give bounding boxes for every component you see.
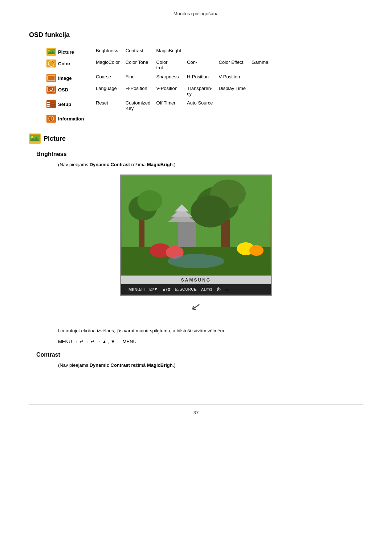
menu-sub: Reset xyxy=(96,100,108,106)
contrast-note-prefix: (Nav pieejams xyxy=(58,362,90,368)
table-row: Image Coarse Fine Sharpness H-Position V… xyxy=(44,72,271,84)
brightness-heading: Brightness xyxy=(36,151,363,157)
menu-sub: V-Position xyxy=(219,74,240,79)
svg-point-4 xyxy=(48,50,50,52)
svg-rect-40 xyxy=(178,222,196,247)
menu-item-osd: OSD xyxy=(46,86,90,94)
table-row: i Information xyxy=(44,113,271,124)
menu-item-setup-label: Setup xyxy=(58,102,71,107)
header-title: Monitora pielāgošana xyxy=(173,11,219,16)
menu-sub: Display Time xyxy=(219,86,246,91)
monitor-container: SAMSUNG MENU/III ☑/▼ ▲/✿ ☑/SOURCE AUTO ⏻… xyxy=(29,175,363,317)
svg-rect-19 xyxy=(47,106,50,107)
menu-item-picture-label: Picture xyxy=(58,49,74,55)
menu-item-information-label: Information xyxy=(58,116,84,122)
image-icon xyxy=(46,74,56,82)
note-suffix: .) xyxy=(173,162,176,167)
svg-rect-22 xyxy=(50,106,55,107)
table-row: OSD Language H-Position V-Position Trans… xyxy=(44,84,271,98)
picture-section-title: Picture xyxy=(44,135,66,143)
menu-sub: Con- xyxy=(187,59,197,65)
menu-sub: Gamma xyxy=(252,59,268,65)
picture-section-icon xyxy=(29,134,41,144)
control-minus: — xyxy=(225,287,229,292)
control-menu: MENU/III xyxy=(128,287,145,292)
svg-point-30 xyxy=(31,136,33,138)
osd-table: Picture Brightness Contrast MagicBright xyxy=(44,46,271,124)
svg-rect-18 xyxy=(47,104,50,105)
menu-sub: Sharpness xyxy=(156,74,179,79)
menu-item-picture: Picture xyxy=(46,48,90,56)
menu-item-color: Color xyxy=(46,59,90,67)
menu-sub: MagicColor xyxy=(96,59,120,65)
note-bold1: Dynamic Contrast xyxy=(90,162,130,167)
menu-sub: CustomizedKey xyxy=(126,100,151,111)
svg-rect-20 xyxy=(50,102,55,103)
svg-point-35 xyxy=(191,196,230,227)
svg-point-7 xyxy=(50,62,52,65)
menu-sub: Color Tone xyxy=(126,59,148,65)
osd-section: OSD funkcija xyxy=(29,31,363,124)
cursor-area: ↙ xyxy=(120,296,272,317)
contrast-note-mid: režīmā xyxy=(130,362,147,368)
picture-section: Picture Brightness (Nav pieejams Dynamic… xyxy=(29,134,363,368)
menu-sub: Contrast xyxy=(126,48,143,53)
menu-sub: Brightness xyxy=(96,48,118,53)
menu-sub: Off Timer xyxy=(156,100,175,106)
menu-sub: Fine xyxy=(126,74,135,79)
menu-sub: H-Position xyxy=(126,86,147,91)
brightness-note: (Nav pieejams Dynamic Contrast režīmā Ma… xyxy=(58,162,363,167)
contrast-section: Contrast (Nav pieejams Dynamic Contrast … xyxy=(29,352,363,368)
page-number: 37 xyxy=(29,410,363,415)
setup-icon xyxy=(46,100,56,108)
contrast-note: (Nav pieejams Dynamic Contrast režīmā Ma… xyxy=(58,362,363,368)
svg-point-38 xyxy=(138,190,163,212)
monitor-brand: SAMSUNG xyxy=(120,276,272,284)
monitor-screen xyxy=(120,175,272,276)
menu-sub: Language xyxy=(96,86,117,91)
contrast-note-bold2: MagicBrigh xyxy=(147,362,173,368)
contrast-note-suffix: .) xyxy=(173,362,176,368)
menu-item-osd-label: OSD xyxy=(58,87,68,93)
table-row: Color MagicColor Color Tone Colortrol Co… xyxy=(44,58,271,72)
picture-icon xyxy=(46,48,56,56)
menu-sub: MagicBright xyxy=(156,48,181,53)
table-row: Picture Brightness Contrast MagicBright xyxy=(44,46,271,58)
brightness-navigation: MENU → ↵ → ↵ → ▲ , ▼ → MENU xyxy=(58,339,363,344)
control-nav2: ▲/✿ xyxy=(162,287,171,292)
menu-sub: V-Position xyxy=(156,86,177,91)
brightness-section: Brightness (Nav pieejams Dynamic Contras… xyxy=(29,151,363,344)
note-prefix: (Nav pieejams xyxy=(58,162,90,167)
information-icon: i xyxy=(46,115,56,123)
footer-rule xyxy=(29,404,363,405)
contrast-note-bold1: Dynamic Contrast xyxy=(90,362,130,368)
control-auto: AUTO xyxy=(201,287,212,292)
monitor-wrapper: SAMSUNG MENU/III ☑/▼ ▲/✿ ☑/SOURCE AUTO ⏻… xyxy=(120,175,272,317)
note-bold2: MagicBrigh xyxy=(147,162,173,167)
page-header: Monitora pielāgošana xyxy=(29,11,363,20)
monitor-controls: MENU/III ☑/▼ ▲/✿ ☑/SOURCE AUTO ⏻ — xyxy=(120,284,272,296)
menu-sub: Color Effect xyxy=(219,59,244,65)
menu-sub: Transparen-cy xyxy=(187,86,212,97)
menu-sub: Colortrol xyxy=(156,59,167,70)
note-mid: režīmā xyxy=(130,162,147,167)
brand-text: SAMSUNG xyxy=(181,278,211,283)
menu-item-image-label: Image xyxy=(58,75,72,81)
description-text: Izmantojot ekrāna izvēlnes, jūs varat ma… xyxy=(58,328,225,333)
control-source: ☑/SOURCE xyxy=(175,287,197,292)
svg-rect-10 xyxy=(48,76,54,80)
menu-item-image: Image xyxy=(46,74,90,82)
footer: 37 xyxy=(29,404,363,415)
svg-text:i: i xyxy=(51,117,52,121)
brightness-description: Izmantojot ekrāna izvēlnes, jūs varat ma… xyxy=(58,328,363,333)
menu-sub: Coarse xyxy=(96,74,111,79)
menu-sub: Auto Source xyxy=(187,100,213,106)
osd-section-title: OSD funkcija xyxy=(29,31,363,39)
osd-icon xyxy=(46,86,56,94)
color-icon xyxy=(46,59,56,67)
nav-text: MENU → ↵ → ↵ → ▲ , ▼ → MENU xyxy=(58,339,136,344)
svg-rect-17 xyxy=(47,102,50,103)
menu-sub: H-Position xyxy=(187,74,209,79)
monitor-scene-svg xyxy=(121,176,271,275)
menu-item-color-label: Color xyxy=(58,61,70,66)
